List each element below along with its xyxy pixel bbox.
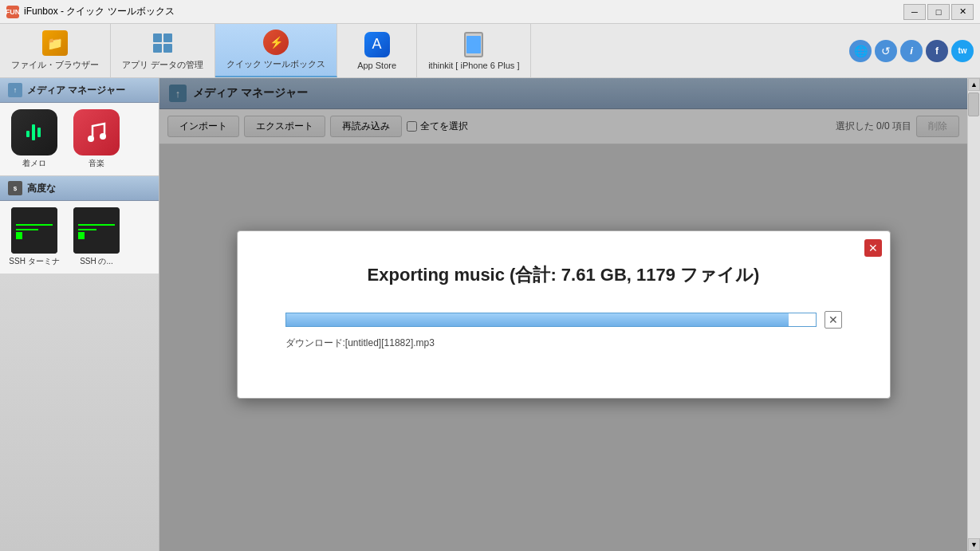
maximize-button[interactable]: □ <box>927 4 950 20</box>
app-icon: FUN <box>6 6 19 18</box>
scroll-track <box>968 91 980 538</box>
ithinkit-icon <box>461 32 486 57</box>
modal-title: Exporting music (合計: 7.61 GB, 1179 ファイル) <box>285 263 842 287</box>
sidebar: ↑ メディア マネージャー 着メロ <box>0 78 159 551</box>
ithinkit-button[interactable]: ithinkit [ iPhone 6 Plus ] <box>417 24 531 77</box>
app-store-button[interactable]: A App Store <box>337 24 417 77</box>
media-manager-icon: ↑ <box>8 83 22 97</box>
quick-toolbox-label: クイック ツールボックス <box>226 58 325 70</box>
progress-bar-fill <box>286 313 789 326</box>
close-button[interactable]: ✕ <box>951 4 974 20</box>
ssh-terminal-icon <box>11 207 57 254</box>
file-browser-button[interactable]: 📁 ファイル・ブラウザー <box>0 24 111 77</box>
advanced-icon: $ <box>8 181 22 195</box>
music-icon <box>73 109 120 155</box>
advanced-title: 高度な <box>27 182 56 195</box>
sidebar-media-grid: 着メロ 音楽 <box>0 103 159 175</box>
facebook-icon[interactable]: f <box>926 40 948 62</box>
apps-data-button[interactable]: アプリ データの管理 <box>111 24 215 77</box>
minimize-button[interactable]: ─ <box>903 4 926 20</box>
toolbar-right: 🌐 ↺ i f tw <box>843 24 980 77</box>
ssh-other-label: SSH の... <box>80 256 113 267</box>
advanced-section-header: $ 高度な <box>0 175 159 201</box>
svg-point-4 <box>100 133 106 140</box>
modal-status: ダウンロード:[untitled][11882].mp3 <box>285 337 842 350</box>
svg-rect-0 <box>26 131 30 137</box>
ssh-terminal-label: SSH ターミナ <box>9 256 59 267</box>
export-modal: ✕ Exporting music (合計: 7.61 GB, 1179 ファイ… <box>237 230 891 399</box>
toolbar: 📁 ファイル・ブラウザー アプリ データの管理 ⚡ クイック ツールボックス A… <box>0 24 980 78</box>
apps-data-label: アプリ データの管理 <box>122 59 203 71</box>
app-store-icon: A <box>364 32 390 57</box>
scroll-up-arrow[interactable]: ▲ <box>968 78 980 91</box>
file-browser-icon: 📁 <box>42 30 68 56</box>
app-store-label: App Store <box>357 61 396 70</box>
sidebar-advanced-grid: SSH ターミナ SSH の... <box>0 201 159 274</box>
progress-row: ✕ <box>285 311 842 329</box>
music-label: 音楽 <box>89 158 104 169</box>
globe-icon[interactable]: 🌐 <box>849 40 872 62</box>
ssh-other-icon <box>73 207 120 254</box>
sidebar-item-ssh-terminal[interactable]: SSH ターミナ <box>6 207 62 267</box>
scroll-thumb[interactable] <box>968 92 979 116</box>
title-bar: FUN iFunbox - クイック ツールボックス ─ □ ✕ <box>0 0 980 24</box>
ringtone-label: 着メロ <box>22 158 46 169</box>
sidebar-item-ssh-other[interactable]: SSH の... <box>69 207 124 267</box>
svg-rect-2 <box>37 128 41 137</box>
twitter-icon[interactable]: tw <box>951 40 974 62</box>
svg-point-3 <box>88 136 94 142</box>
content-area: ↑ メディア マネージャー インポート エクスポート 再読み込み 全てを選択 選… <box>159 78 967 551</box>
progress-bar-container <box>285 313 817 327</box>
quick-toolbox-button[interactable]: ⚡ クイック ツールボックス <box>215 24 337 77</box>
apps-data-icon <box>150 30 175 56</box>
media-manager-title: メディア マネージャー <box>27 84 125 97</box>
media-manager-section-header: ↑ メディア マネージャー <box>0 78 159 103</box>
quick-toolbox-icon: ⚡ <box>263 30 289 55</box>
modal-overlay: ✕ Exporting music (合計: 7.61 GB, 1179 ファイ… <box>159 78 967 551</box>
progress-cancel-button[interactable]: ✕ <box>825 311 842 329</box>
ringtone-icon <box>11 109 57 155</box>
refresh-icon[interactable]: ↺ <box>875 40 897 62</box>
main-area: ↑ メディア マネージャー 着メロ <box>0 78 980 551</box>
title-bar-left: FUN iFunbox - クイック ツールボックス <box>6 5 175 18</box>
right-scrollbar[interactable]: ▲ ▼ <box>967 78 980 551</box>
sidebar-item-music[interactable]: 音楽 <box>69 109 124 169</box>
window-title: iFunbox - クイック ツールボックス <box>24 5 175 18</box>
svg-rect-1 <box>32 124 35 140</box>
modal-close-button[interactable]: ✕ <box>864 239 882 257</box>
scroll-down-arrow[interactable]: ▼ <box>968 538 980 551</box>
info-icon[interactable]: i <box>900 40 923 62</box>
file-browser-label: ファイル・ブラウザー <box>11 59 99 71</box>
title-bar-controls[interactable]: ─ □ ✕ <box>903 4 974 20</box>
ithinkit-label: ithinkit [ iPhone 6 Plus ] <box>428 61 519 70</box>
sidebar-item-ringtone[interactable]: 着メロ <box>6 109 62 169</box>
